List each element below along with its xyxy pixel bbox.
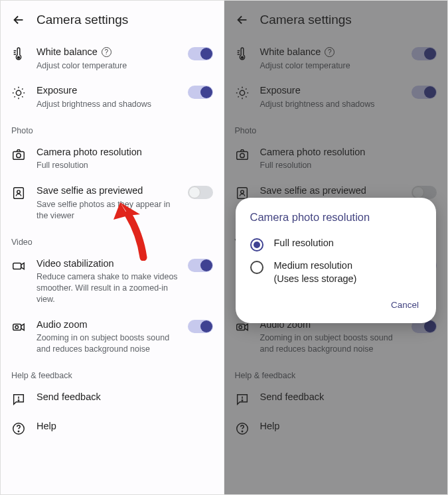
- dialog-title: Camera photo resolution: [250, 211, 425, 224]
- svg-point-11: [15, 326, 19, 329]
- white-balance-sub: Adjust color temperature: [37, 60, 179, 72]
- page-title: Camera settings: [37, 13, 128, 27]
- header: Camera settings: [1, 1, 224, 39]
- svg-point-8: [17, 190, 21, 194]
- photo-resolution-dialog: Camera photo resolution Full resolution …: [236, 198, 437, 323]
- row-help[interactable]: Help: [1, 413, 224, 443]
- svg-point-0: [18, 56, 20, 58]
- back-arrow-icon[interactable]: [11, 13, 26, 27]
- brightness-icon: [11, 84, 27, 100]
- section-help: Help & feedback: [1, 362, 224, 384]
- radio-full-label: Full resolution: [274, 237, 334, 250]
- video-stab-label: Video stabilization: [37, 257, 114, 271]
- svg-point-4: [16, 91, 21, 96]
- svg-rect-10: [13, 324, 21, 330]
- radio-icon[interactable]: [250, 261, 263, 274]
- radio-option-medium[interactable]: Medium resolution (Uses less storage): [250, 255, 425, 289]
- row-save-selfie[interactable]: Save selfie as previewed Save selfie pho…: [1, 178, 224, 228]
- settings-panel-right: Camera settings White balance ? Adjust c…: [224, 1, 448, 494]
- help-label: Help: [37, 420, 56, 433]
- row-send-feedback[interactable]: Send feedback: [1, 384, 224, 413]
- row-photo-resolution[interactable]: Camera photo resolution Full resolution: [1, 139, 224, 178]
- row-video-stabilization[interactable]: Video stabilization Reduce camera shake …: [1, 251, 224, 312]
- exposure-sub: Adjust brightness and shadows: [37, 99, 179, 110]
- video-stab-toggle[interactable]: [188, 259, 213, 272]
- audio-zoom-label: Audio zoom: [37, 318, 88, 332]
- svg-rect-5: [13, 151, 25, 159]
- save-selfie-toggle[interactable]: [188, 186, 213, 199]
- white-balance-toggle[interactable]: [188, 47, 213, 60]
- row-exposure[interactable]: Exposure Adjust brightness and shadows: [1, 78, 224, 116]
- section-photo: Photo: [1, 117, 224, 139]
- video-stab-sub: Reduce camera shake to make videos smoot…: [37, 271, 179, 305]
- svg-rect-9: [13, 263, 21, 269]
- audio-zoom-sub: Zooming in on subject boosts sound and r…: [37, 332, 179, 355]
- help-icon[interactable]: ?: [102, 47, 112, 57]
- row-white-balance[interactable]: White balance ? Adjust color temperature: [1, 39, 224, 78]
- help-circle-icon: [11, 420, 27, 436]
- audio-zoom-toggle[interactable]: [188, 320, 213, 333]
- radio-option-full[interactable]: Full resolution: [250, 233, 425, 255]
- row-audio-zoom[interactable]: Audio zoom Zooming in on subject boosts …: [1, 312, 224, 362]
- feedback-icon: [11, 391, 27, 407]
- selfie-icon: [11, 184, 27, 200]
- radio-medium-label: Medium resolution (Uses less storage): [274, 259, 357, 285]
- photo-resolution-sub: Full resolution: [37, 160, 213, 171]
- white-balance-label: White balance ?: [37, 46, 179, 59]
- send-feedback-label: Send feedback: [37, 391, 101, 404]
- exposure-toggle[interactable]: [188, 86, 213, 99]
- photo-resolution-label: Camera photo resolution: [37, 146, 142, 159]
- save-selfie-sub: Save selfie photos as they appear in the…: [37, 199, 179, 222]
- radio-icon[interactable]: [250, 238, 263, 251]
- settings-panel-left: Camera settings White balance ? Adjust c…: [1, 1, 224, 494]
- save-selfie-label: Save selfie as previewed: [37, 184, 143, 198]
- cancel-button[interactable]: Cancel: [386, 296, 424, 314]
- svg-point-15: [18, 431, 19, 432]
- video-icon: [11, 257, 27, 273]
- section-video: Video: [1, 228, 224, 251]
- svg-point-6: [17, 153, 21, 157]
- svg-point-13: [18, 400, 19, 401]
- exposure-label: Exposure: [37, 84, 77, 98]
- thermometer-icon: [11, 46, 27, 62]
- camera-icon: [11, 146, 27, 162]
- audio-zoom-icon: [11, 318, 27, 334]
